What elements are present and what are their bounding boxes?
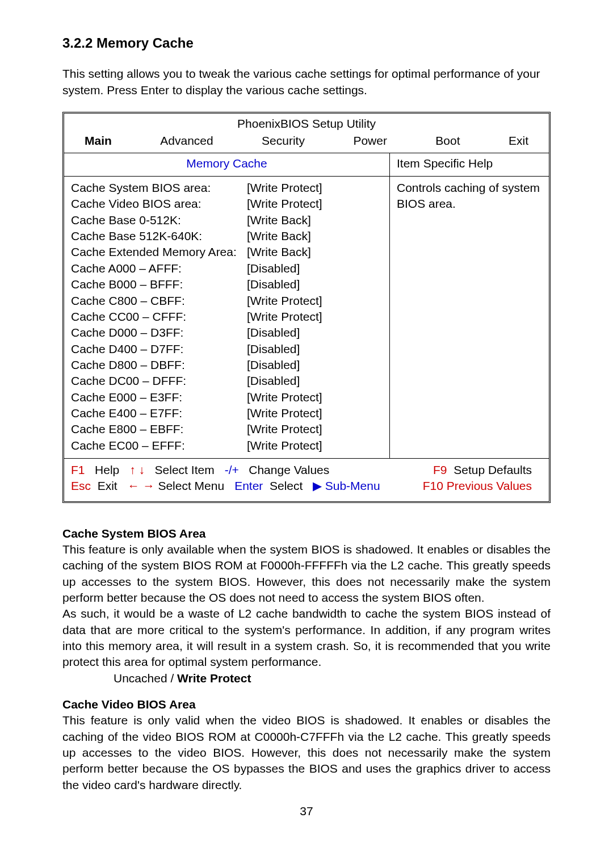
- setting-value: [Disabled]: [247, 325, 300, 341]
- setting-label: Cache A000 – AFFF:: [71, 261, 247, 276]
- setting-row[interactable]: Cache CC00 – CFFF:[Write Protect]: [71, 309, 383, 325]
- leftright-icon: ← →: [128, 479, 155, 492]
- bios-subheader-row: Memory Cache Item Specific Help: [64, 153, 549, 177]
- cache-system-bios-para1: This feature is only available when the …: [62, 542, 551, 606]
- setting-value: [Disabled]: [247, 373, 300, 389]
- plusminus-key: -/+: [225, 463, 239, 476]
- bios-help-text: Controls caching of system BIOS area.: [397, 180, 542, 212]
- tab-power[interactable]: Power: [353, 133, 387, 149]
- setting-row[interactable]: Cache EC00 – EFFF:[Write Protect]: [71, 438, 383, 454]
- bios-screen-title: Memory Cache: [64, 153, 390, 176]
- bios-help-pane: Controls caching of system BIOS area.: [390, 177, 549, 458]
- setting-row[interactable]: Cache E400 – E7FF:[Write Protect]: [71, 405, 383, 421]
- setting-row[interactable]: Cache DC00 – DFFF:[Disabled]: [71, 373, 383, 389]
- setting-label: Cache E000 – E3FF:: [71, 389, 247, 405]
- intro-paragraph: This setting allows you to tweak the var…: [62, 66, 551, 98]
- options-line: Uncached / Write Protect: [114, 670, 551, 686]
- setting-value: [Disabled]: [247, 261, 300, 276]
- setting-row[interactable]: Cache Extended Memory Area:[Write Back]: [71, 244, 383, 260]
- option-write-protect: Write Protect: [177, 672, 251, 685]
- setting-row[interactable]: Cache System BIOS area:[Write Protect]: [71, 180, 383, 196]
- tab-exit[interactable]: Exit: [509, 133, 528, 149]
- tab-main[interactable]: Main: [85, 133, 112, 149]
- setting-label: Cache Base 0-512K:: [71, 212, 247, 228]
- bios-settings-pane: Cache System BIOS area:[Write Protect] C…: [64, 177, 390, 458]
- setting-label: Cache DC00 – DFFF:: [71, 373, 247, 389]
- section-title-text: Memory Cache: [96, 35, 194, 51]
- updown-icon: ↑ ↓: [129, 463, 145, 476]
- setup-defaults-label: Setup Defaults: [454, 463, 532, 476]
- setting-row[interactable]: Cache A000 – AFFF:[Disabled]: [71, 261, 383, 276]
- select-menu-label: Select Menu: [158, 479, 224, 492]
- setting-value: [Write Back]: [247, 212, 311, 228]
- submenu-label: Sub-Menu: [325, 479, 380, 492]
- setting-row[interactable]: Cache C800 – CBFF:[Write Protect]: [71, 293, 383, 309]
- cache-video-bios-para: This feature is only valid when the vide…: [62, 712, 551, 793]
- tab-security[interactable]: Security: [262, 133, 305, 149]
- cache-video-bios-heading: Cache Video BIOS Area: [62, 697, 551, 712]
- setting-value: [Write Protect]: [247, 421, 322, 437]
- option-uncached: Uncached /: [114, 672, 177, 685]
- setting-label: Cache D000 – D3FF:: [71, 325, 247, 341]
- esc-key: Esc: [71, 479, 91, 492]
- setting-label: Cache Extended Memory Area:: [71, 244, 247, 260]
- setting-row[interactable]: Cache E800 – EBFF:[Write Protect]: [71, 421, 383, 437]
- setting-row[interactable]: Cache Video BIOS area:[Write Protect]: [71, 196, 383, 212]
- tab-boot[interactable]: Boot: [435, 133, 460, 149]
- setting-row[interactable]: Cache D800 – DBFF:[Disabled]: [71, 357, 383, 373]
- setting-label: Cache D400 – D7FF:: [71, 341, 247, 357]
- f1-key: F1: [71, 463, 85, 476]
- footer-line-2: Esc Exit ← → Select Menu Enter Select ▶ …: [71, 478, 542, 494]
- setting-value: [Write Back]: [247, 244, 311, 260]
- setting-label: Cache E400 – E7FF:: [71, 405, 247, 421]
- setting-value: [Write Protect]: [247, 196, 322, 212]
- exit-label: Exit: [98, 479, 117, 492]
- bios-header-row: PhoenixBIOS Setup Utility Main Advanced …: [64, 114, 549, 153]
- setting-row[interactable]: Cache E000 – E3FF:[Write Protect]: [71, 389, 383, 405]
- setting-label: Cache EC00 – EFFF:: [71, 438, 247, 454]
- submenu-arrow-icon: ▶: [313, 479, 322, 492]
- bios-main-row: Cache System BIOS area:[Write Protect] C…: [64, 177, 549, 459]
- bios-help-header: Item Specific Help: [390, 153, 549, 176]
- section-heading: 3.2.2 Memory Cache: [62, 34, 551, 52]
- setting-row[interactable]: Cache D400 – D7FF:[Disabled]: [71, 341, 383, 357]
- setting-row[interactable]: Cache B000 – BFFF:[Disabled]: [71, 276, 383, 292]
- select-item-label: Select Item: [155, 463, 215, 476]
- setting-value: [Write Protect]: [247, 309, 322, 325]
- page-number: 37: [62, 803, 551, 819]
- tab-advanced[interactable]: Advanced: [160, 133, 213, 149]
- setting-label: Cache Base 512K-640K:: [71, 228, 247, 244]
- select-label: Select: [270, 479, 303, 492]
- setting-value: [Write Protect]: [247, 180, 322, 196]
- bios-tabs: Main Advanced Security Power Boot Exit: [64, 132, 549, 152]
- setting-label: Cache C800 – CBFF:: [71, 293, 247, 309]
- help-label: Help: [95, 463, 119, 476]
- bios-footer: F1 Help ↑ ↓ Select Item -/+ Change Value…: [64, 459, 549, 501]
- setting-label: Cache E800 – EBFF:: [71, 421, 247, 437]
- setting-value: [Write Back]: [247, 228, 311, 244]
- setting-value: [Disabled]: [247, 357, 300, 373]
- setting-value: [Disabled]: [247, 276, 300, 292]
- previous-values-label: Previous Values: [447, 479, 532, 492]
- setting-label: Cache B000 – BFFF:: [71, 276, 247, 292]
- footer-line-1: F1 Help ↑ ↓ Select Item -/+ Change Value…: [71, 462, 542, 478]
- setting-label: Cache System BIOS area:: [71, 180, 247, 196]
- setting-label: Cache CC00 – CFFF:: [71, 309, 247, 325]
- setting-value: [Write Protect]: [247, 293, 322, 309]
- setting-label: Cache Video BIOS area:: [71, 196, 247, 212]
- enter-key: Enter: [234, 479, 263, 492]
- section-number: 3.2.2: [62, 35, 93, 51]
- setting-value: [Write Protect]: [247, 405, 322, 421]
- setting-label: Cache D800 – DBFF:: [71, 357, 247, 373]
- setting-row[interactable]: Cache Base 0-512K:[Write Back]: [71, 212, 383, 228]
- change-values-label: Change Values: [249, 463, 329, 476]
- bios-title: PhoenixBIOS Setup Utility: [64, 114, 549, 132]
- f9-key: F9: [433, 463, 447, 476]
- setting-value: [Write Protect]: [247, 389, 322, 405]
- cache-system-bios-para2: As such, it would be a waste of L2 cache…: [62, 606, 551, 670]
- setting-row[interactable]: Cache D000 – D3FF:[Disabled]: [71, 325, 383, 341]
- setting-row[interactable]: Cache Base 512K-640K:[Write Back]: [71, 228, 383, 244]
- setting-value: [Write Protect]: [247, 438, 322, 454]
- bios-setup-box: PhoenixBIOS Setup Utility Main Advanced …: [62, 112, 551, 503]
- cache-system-bios-heading: Cache System BIOS Area: [62, 526, 551, 542]
